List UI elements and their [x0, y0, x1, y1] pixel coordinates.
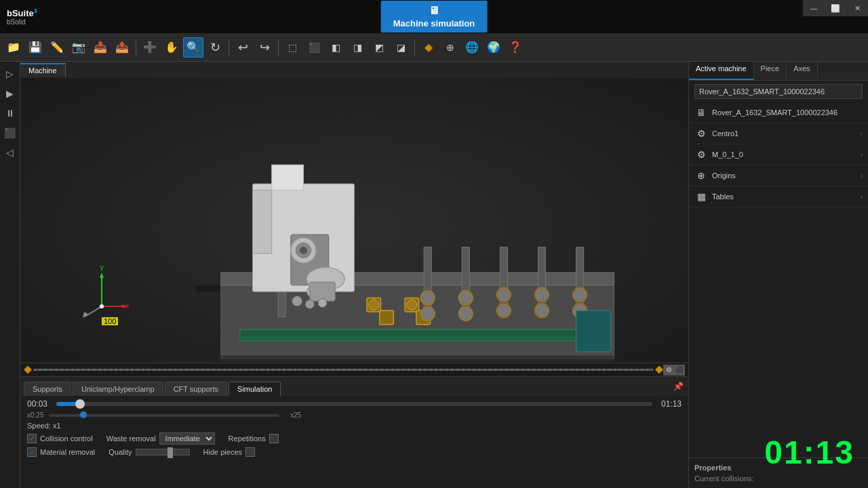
sim-progress-bar[interactable] [56, 402, 652, 406]
right-tab-axes[interactable]: Axes [787, 62, 817, 80]
machine-item-tables[interactable]: ▦ Tables › [689, 186, 868, 207]
sidebar-play-btn[interactable]: ▶ [1, 85, 19, 102]
viewport-area: Machine [20, 62, 688, 488]
sidebar-step-btn[interactable]: ◁ [1, 144, 19, 161]
collisions-row: Current collisions: [694, 474, 863, 483]
right-tab-bar: Active machine Piece Axes [689, 62, 868, 81]
tab-cft[interactable]: CFT supports [165, 382, 227, 396]
svg-point-34 [497, 288, 511, 302]
diamond-tool[interactable]: ◆ [418, 37, 439, 58]
repetitions-checkbox[interactable] [269, 434, 279, 443]
zoom-value: 100 [102, 317, 118, 325]
save-tool[interactable]: 💾 [25, 37, 45, 58]
cube-top-tool[interactable]: ◩ [369, 37, 389, 58]
rotate-tool[interactable]: ↻ [205, 37, 225, 58]
timeline-track[interactable] [34, 369, 653, 371]
waste-removal-group: Waste removal Immediate [106, 432, 215, 445]
cube-front-tool[interactable]: ◧ [326, 37, 346, 58]
svg-text:Y: Y [100, 266, 104, 272]
sidebar-pause-btn[interactable]: ⏸ [1, 104, 19, 122]
tab-uniclamp[interactable]: Uniclamp/Hyperclamp [73, 382, 163, 396]
cube-solid-tool[interactable]: ⬛ [304, 37, 324, 58]
timeline-bar: ⚙ ⬛ [20, 363, 688, 376]
redo-tool[interactable]: ↪ [254, 37, 275, 58]
repetitions-label: Repetitions [229, 434, 266, 443]
svg-marker-44 [100, 272, 104, 278]
edit-tool[interactable]: ✏️ [47, 37, 67, 58]
machine-tab[interactable]: Machine [20, 63, 66, 77]
hide-pieces-checkbox[interactable] [245, 447, 255, 457]
rover-icon: 🖥 [694, 106, 708, 119]
origins-label: Origins [712, 171, 861, 180]
globe1-tool[interactable]: 🌐 [462, 37, 482, 58]
collision-control-label: Collision control [40, 434, 93, 443]
cube-wire-tool[interactable]: ⬚ [282, 37, 302, 58]
tab-supports[interactable]: Supports [24, 382, 71, 396]
tab-simulation[interactable]: Simulation [229, 382, 281, 396]
quality-slider[interactable] [136, 449, 190, 455]
machine-sim-icon: 🖥 [429, 5, 439, 17]
right-tab-piece[interactable]: Piece [754, 62, 787, 80]
waste-removal-label: Waste removal [106, 434, 156, 443]
svg-marker-50 [83, 312, 89, 318]
folder-tool[interactable]: 📁 [3, 37, 24, 58]
right-tab-active-machine[interactable]: Active machine [689, 62, 754, 80]
hand-tool[interactable]: ✋ [161, 37, 182, 58]
centro1-arrow: › [861, 130, 863, 138]
quality-thumb[interactable] [167, 447, 173, 458]
close-button[interactable]: ✕ [846, 0, 868, 16]
timeline-ticks [34, 369, 653, 371]
viewport-3d[interactable]: Y X 100 Rover_A_1632_SMART_1000022346 [20, 78, 688, 376]
machine-item-rover[interactable]: 🖥 Rover_A_1632_SMART_1000022346 [689, 102, 868, 123]
origins-icon: ⊕ [694, 169, 708, 182]
sim-progress-thumb[interactable] [75, 399, 85, 409]
top-bar: bSuite3 bSolid 🖥 Machine simulation — ⬜ … [0, 0, 868, 33]
centro1-label: Centro1 [712, 129, 861, 138]
camera-tool[interactable]: 📷 [68, 37, 89, 58]
svg-point-29 [407, 300, 417, 310]
minimize-button[interactable]: — [803, 0, 825, 16]
svg-point-21 [292, 296, 302, 306]
svg-point-37 [535, 304, 549, 318]
add-tool[interactable]: ➕ [140, 37, 160, 58]
search-tool[interactable]: 🔍 [183, 37, 203, 58]
material-removal-checkbox[interactable] [27, 447, 37, 457]
machine-item-centro1[interactable]: ⚙ Centro1 › [689, 123, 868, 144]
toolbar-sep-3 [278, 39, 279, 56]
bottom-panel-pin-button[interactable]: 📌 [671, 380, 685, 393]
cube-bottom-tool[interactable]: ◪ [391, 37, 411, 58]
collision-control-checkbox[interactable] [27, 434, 37, 443]
centro1-icon: ⚙ [694, 127, 708, 140]
machine-item-origins[interactable]: ⊕ Origins › [689, 165, 868, 186]
help-tool[interactable]: ❓ [505, 37, 526, 58]
tables-label: Tables [712, 192, 861, 201]
machine-simulation-button[interactable]: 🖥 Machine simulation [381, 1, 488, 33]
timeline-settings-btn[interactable]: ⚙ [663, 365, 674, 375]
undo-tool[interactable]: ↩ [233, 37, 253, 58]
m010-label: M_0_1_0 [712, 150, 861, 159]
machine-sim-label: Machine simulation [393, 18, 475, 28]
speed-row: x0.25 x25 [27, 411, 682, 419]
speed-thumb[interactable] [80, 411, 87, 418]
sim-time-total: 01:13 [658, 399, 682, 409]
timeline-maximize-btn[interactable]: ⬛ [674, 365, 685, 375]
sidebar-nav-btn[interactable]: ▷ [1, 65, 19, 83]
globe2-tool[interactable]: 🌍 [484, 37, 504, 58]
cube-back-tool[interactable]: ◨ [347, 37, 368, 58]
sidebar-stop-btn[interactable]: ⬛ [1, 124, 19, 142]
machine-item-m010[interactable]: ⚙ M_0_1_0 › [689, 144, 868, 165]
app-sub: bSolid [7, 18, 37, 26]
svg-rect-13 [253, 190, 272, 254]
waste-removal-dropdown[interactable]: Immediate [159, 432, 215, 445]
machine-name-input[interactable] [694, 84, 863, 99]
speed-slider[interactable] [49, 414, 279, 417]
bottom-tab-bar: Supports Uniclamp/Hyperclamp CFT support… [20, 377, 688, 396]
maximize-button[interactable]: ⬜ [825, 0, 846, 16]
big-timer: 01:13 [764, 434, 854, 471]
tables-arrow: › [861, 193, 863, 201]
svg-point-36 [535, 288, 549, 302]
import-tool[interactable]: 📥 [90, 37, 111, 58]
fit-tool[interactable]: ⊕ [440, 37, 460, 58]
export-tool[interactable]: 📤 [112, 37, 132, 58]
axes-indicator: Y X [75, 266, 129, 322]
